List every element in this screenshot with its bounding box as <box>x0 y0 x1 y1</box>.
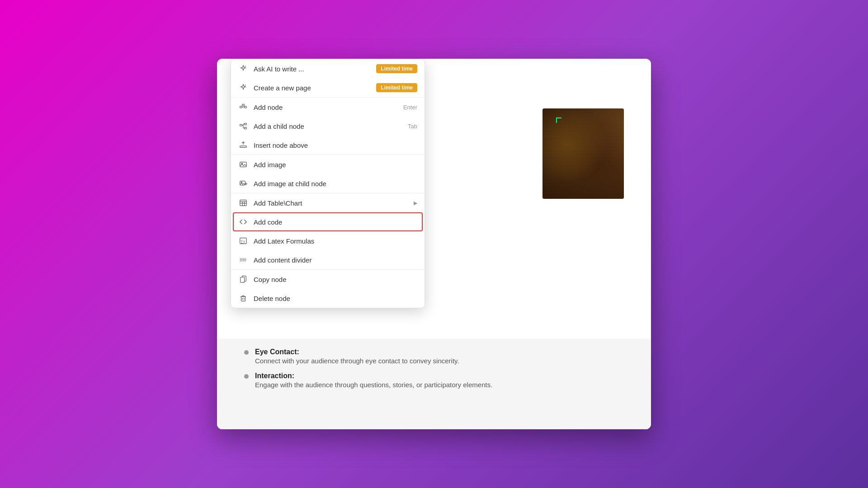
ask-ai-label: Ask AI to write ... <box>254 65 376 73</box>
node-icon <box>238 102 248 112</box>
add-child-node-shortcut: Tab <box>408 123 417 130</box>
svg-rect-14 <box>240 146 246 148</box>
bullet-desc-1: Connect with your audience through eye c… <box>255 357 459 365</box>
table-arrow-icon: ▶ <box>414 200 417 206</box>
image-child-icon <box>238 178 248 188</box>
menu-item-ask-ai[interactable]: Ask AI to write ... Limited time <box>231 59 425 78</box>
svg-point-0 <box>245 66 245 67</box>
menu-item-insert-above[interactable]: Insert node above <box>231 136 425 155</box>
bullet-item-interaction: Interaction: Engage with the audience th… <box>244 372 624 389</box>
sparkle-icon <box>238 64 248 74</box>
bullet-item-eye-contact: Eye Contact: Connect with your audience … <box>244 348 624 365</box>
menu-item-add-divider[interactable]: Add content divider <box>231 250 425 269</box>
svg-rect-2 <box>240 106 242 108</box>
add-table-label: Add Table\Chart <box>254 199 410 207</box>
svg-rect-5 <box>242 104 245 106</box>
content-image <box>542 108 624 199</box>
add-image-child-label: Add image at child node <box>254 180 417 188</box>
divider-icon <box>238 255 248 265</box>
context-menu: Ask AI to write ... Limited time Create … <box>231 59 425 308</box>
image-icon <box>238 160 248 169</box>
svg-point-1 <box>245 85 245 86</box>
svg-rect-16 <box>240 162 246 167</box>
svg-text:∑x: ∑x <box>241 239 245 244</box>
bullet-dot <box>244 350 249 355</box>
copy-icon <box>238 274 248 284</box>
svg-rect-3 <box>245 106 247 108</box>
menu-item-add-table[interactable]: Add Table\Chart ▶ <box>231 193 425 212</box>
table-icon <box>238 198 248 208</box>
add-divider-label: Add content divider <box>254 256 417 264</box>
menu-item-add-node[interactable]: Add node Enter <box>231 97 425 117</box>
menu-item-add-child-node[interactable]: Add a child node Tab <box>231 117 425 136</box>
formula-icon: ∑x <box>238 236 248 246</box>
add-child-node-label: Add a child node <box>254 122 408 130</box>
add-code-label: Add code <box>254 218 417 226</box>
bullet-dot-2 <box>244 374 249 379</box>
child-node-icon <box>238 121 248 131</box>
trash-icon <box>238 293 248 303</box>
bullet-title-1: Eye Contact: <box>255 348 299 356</box>
add-image-label: Add image <box>254 161 417 169</box>
create-page-badge: Limited time <box>376 83 417 92</box>
add-node-shortcut: Enter <box>403 104 417 111</box>
svg-rect-8 <box>245 123 247 125</box>
copy-node-label: Copy node <box>254 276 417 283</box>
menu-item-add-latex[interactable]: ∑x Add Latex Formulas <box>231 231 425 250</box>
bullet-title-2: Interaction: <box>255 372 294 380</box>
menu-item-add-image[interactable]: Add image <box>231 155 425 174</box>
ask-ai-badge: Limited time <box>376 64 417 73</box>
add-latex-label: Add Latex Formulas <box>254 237 417 245</box>
sparkle-icon-2 <box>238 83 248 93</box>
add-node-label: Add node <box>254 103 403 111</box>
bullet-desc-2: Engage with the audience through questio… <box>255 381 492 389</box>
insert-node-above-label: Insert node above <box>254 141 417 149</box>
delete-node-label: Delete node <box>254 295 417 302</box>
menu-item-create-page[interactable]: Create a new page Limited time <box>231 78 425 97</box>
code-icon <box>238 217 248 227</box>
menu-item-add-image-child[interactable]: Add image at child node <box>231 174 425 193</box>
main-window: e audience's interest. Eye Contact: Conn… <box>217 59 651 429</box>
create-page-label: Create a new page <box>254 84 376 92</box>
bottom-content-area: Eye Contact: Connect with your audience … <box>217 339 651 429</box>
menu-item-add-code[interactable]: Add code <box>233 212 423 231</box>
svg-rect-33 <box>241 277 245 283</box>
svg-rect-34 <box>241 296 245 301</box>
menu-item-copy-node[interactable]: Copy node <box>231 269 425 289</box>
insert-above-icon <box>238 140 248 150</box>
menu-item-delete-node[interactable]: Delete node <box>231 289 425 308</box>
svg-rect-9 <box>245 127 247 129</box>
svg-rect-18 <box>240 181 245 185</box>
svg-rect-7 <box>240 124 242 126</box>
svg-rect-22 <box>240 200 246 206</box>
cursor-indicator <box>556 117 561 123</box>
